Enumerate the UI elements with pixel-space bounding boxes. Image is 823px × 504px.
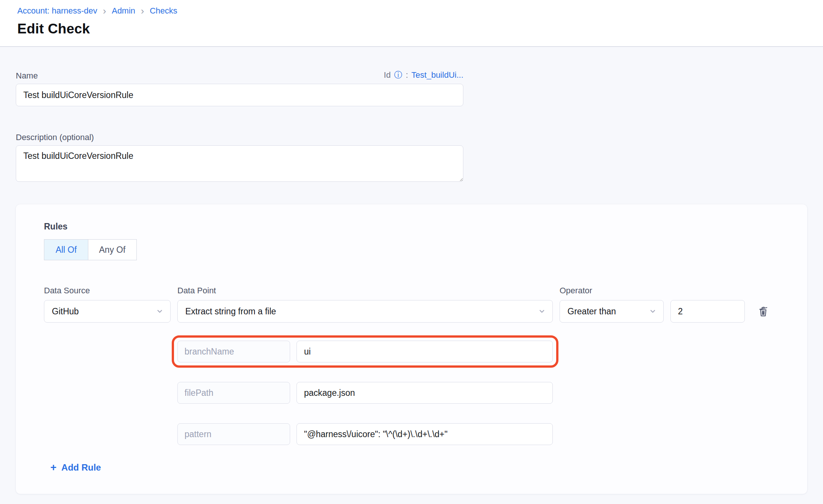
operator-value-input[interactable] bbox=[670, 300, 745, 323]
param-key-filepath: filePath bbox=[177, 382, 290, 404]
plus-icon: + bbox=[50, 463, 56, 472]
param-key-pattern: pattern bbox=[177, 423, 290, 445]
operator-select[interactable]: Greater than bbox=[560, 300, 664, 323]
id-colon: : bbox=[406, 70, 408, 80]
data-point-select[interactable]: Extract string from a file bbox=[177, 300, 553, 323]
breadcrumb: Account: harness-dev › Admin › Checks bbox=[17, 5, 823, 17]
rules-card: Rules All Of Any Of Data Source Data Poi… bbox=[16, 204, 807, 494]
rule-row: GitHub Extract string from a file Greate… bbox=[44, 300, 807, 323]
chevron-right-icon: › bbox=[141, 6, 144, 16]
data-source-label: Data Source bbox=[44, 286, 171, 296]
chevron-right-icon: › bbox=[103, 6, 106, 16]
edit-check-form: Name Id ⓘ : Test_buildUi... Description … bbox=[0, 47, 823, 494]
param-input-pattern[interactable] bbox=[297, 423, 553, 445]
param-row-pattern: pattern bbox=[177, 423, 553, 445]
chevron-down-icon bbox=[649, 308, 657, 315]
data-source-value: GitHub bbox=[52, 306, 79, 317]
operator-value: Greater than bbox=[567, 306, 616, 317]
name-label: Name bbox=[16, 71, 38, 81]
description-label: Description (optional) bbox=[16, 133, 807, 142]
rule-column-labels: Data Source Data Point Operator bbox=[44, 286, 807, 296]
data-point-label: Data Point bbox=[177, 286, 553, 296]
description-textarea[interactable]: Test buildUiCoreVersionRule bbox=[16, 145, 463, 182]
info-icon[interactable]: ⓘ bbox=[394, 69, 402, 81]
add-rule-button[interactable]: + Add Rule bbox=[50, 462, 101, 473]
breadcrumb-checks-link[interactable]: Checks bbox=[150, 5, 177, 17]
chevron-down-icon bbox=[538, 308, 546, 315]
name-id-row: Name Id ⓘ : Test_buildUi... bbox=[16, 69, 463, 81]
id-label: Id bbox=[384, 70, 390, 80]
param-row-file-path: filePath bbox=[177, 382, 553, 404]
delete-rule-button[interactable] bbox=[755, 303, 772, 320]
page-title: Edit Check bbox=[17, 21, 823, 37]
rules-title: Rules bbox=[44, 222, 807, 232]
id-value-link[interactable]: Test_buildUi... bbox=[411, 70, 463, 80]
param-input-filepath[interactable] bbox=[297, 382, 553, 404]
id-block: Id ⓘ : Test_buildUi... bbox=[384, 69, 463, 81]
operator-label: Operator bbox=[560, 286, 664, 296]
chevron-down-icon bbox=[156, 308, 163, 315]
breadcrumb-admin-link[interactable]: Admin bbox=[112, 5, 135, 17]
param-key-branchname: branchName bbox=[177, 341, 290, 362]
rules-match-toggle: All Of Any Of bbox=[44, 239, 137, 260]
param-input-branchname[interactable] bbox=[297, 341, 553, 362]
breadcrumb-account-link[interactable]: Account: harness-dev bbox=[17, 5, 97, 17]
data-point-value: Extract string from a file bbox=[185, 306, 276, 317]
toggle-any-of[interactable]: Any Of bbox=[88, 239, 137, 260]
name-input[interactable] bbox=[16, 84, 463, 106]
data-source-select[interactable]: GitHub bbox=[44, 300, 171, 323]
toggle-all-of[interactable]: All Of bbox=[44, 239, 88, 260]
page-header: Account: harness-dev › Admin › Checks Ed… bbox=[0, 0, 823, 47]
param-row-branch-name: branchName bbox=[177, 341, 553, 362]
trash-icon bbox=[756, 305, 770, 318]
add-rule-label: Add Rule bbox=[61, 462, 101, 473]
